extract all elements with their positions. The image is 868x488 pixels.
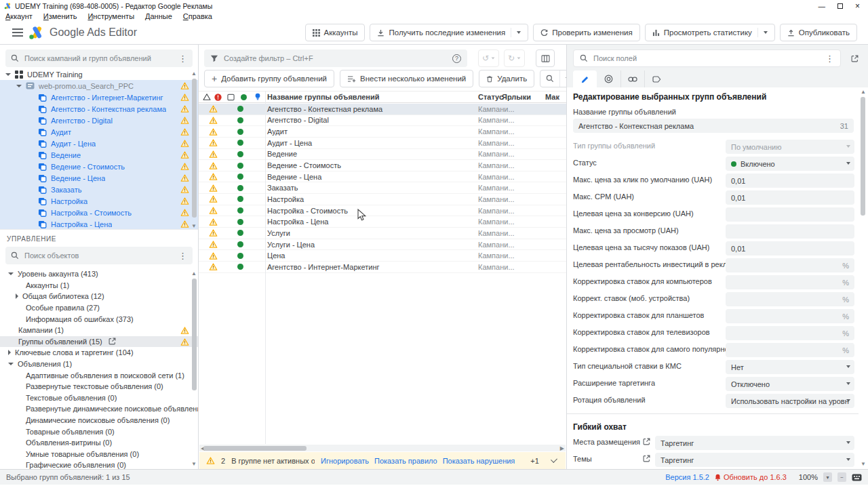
minimize-button[interactable]: — <box>818 2 825 10</box>
menu-item[interactable]: Изменить <box>43 12 77 20</box>
adgroup-tree-item[interactable]: Заказать <box>0 184 198 195</box>
campaign-tree-item[interactable]: web-promo.ua_Search_PPC <box>0 80 198 92</box>
management-tree-item[interactable]: Товарные объявления (0) <box>0 426 198 437</box>
table-row[interactable]: Агентство - Контекстная рекламаКампани..… <box>199 104 566 115</box>
adgroup-tree-item[interactable]: Настройка <box>0 195 198 207</box>
tab-targeting[interactable] <box>597 70 620 87</box>
tab-links[interactable] <box>620 70 644 87</box>
field-input[interactable]: % <box>726 343 854 357</box>
management-tree-item[interactable]: Умные товарные объявления (0) <box>0 449 198 460</box>
scroll-down-icon[interactable]: ▼ <box>191 462 197 467</box>
field-input[interactable] <box>726 224 854 239</box>
management-tree-item[interactable]: Аккаунты (1) <box>0 280 198 291</box>
management-tree-item[interactable]: Текстовые объявления (0) <box>0 392 198 404</box>
edit-panel-scrollbar[interactable] <box>861 97 865 216</box>
table-row[interactable]: Агентство - DigitalКампани... <box>199 115 566 127</box>
scroll-up-icon[interactable]: ▲ <box>861 89 866 95</box>
column-settings-button[interactable] <box>536 49 555 67</box>
field-input[interactable]: % <box>726 258 854 272</box>
chevron-down-icon[interactable] <box>5 73 11 76</box>
external-link-icon[interactable] <box>643 455 650 462</box>
column-header-status[interactable]: Статус <box>478 92 503 102</box>
help-icon[interactable]: ? <box>452 54 461 63</box>
field-select[interactable]: Отключено <box>726 377 854 391</box>
scroll-down-icon[interactable]: ▼ <box>191 224 197 229</box>
search-options-icon[interactable]: ⋮ <box>825 54 834 63</box>
status-column-icon[interactable] <box>241 92 247 102</box>
table-row[interactable]: Настройка - ЦенаКампани... <box>199 216 566 228</box>
chevron-down-icon[interactable] <box>16 85 22 87</box>
table-row[interactable]: УслугиКампани... <box>199 228 566 239</box>
update-link[interactable]: Обновить до 1.6.3 <box>715 473 787 481</box>
campaign-tree-scrollbar[interactable] <box>192 79 197 218</box>
zoom-dropdown-button[interactable]: ▾ <box>823 472 832 482</box>
chevron-down-icon[interactable] <box>764 31 768 34</box>
zoom-out-button[interactable]: − <box>837 472 846 482</box>
tab-labels[interactable] <box>644 70 668 87</box>
table-row[interactable]: Ведение - СтоимостьКампани... <box>199 160 566 171</box>
management-tree-item[interactable]: Ключевые слова и таргетинг (104) <box>0 347 198 359</box>
field-search-input[interactable]: Поиск полей ⋮ <box>573 49 841 67</box>
undo-button[interactable]: ↺ <box>478 49 499 67</box>
management-tree-item[interactable]: Развернутые текстовые объявления (0) <box>0 381 198 392</box>
table-row[interactable]: НастройкаКампани... <box>199 194 566 205</box>
field-input[interactable]: % <box>726 292 854 306</box>
table-row[interactable]: ЦенаКампани... <box>199 250 566 262</box>
adgroup-tree-item[interactable]: Аудит <box>0 126 198 138</box>
notice-action-link[interactable]: Показать правило <box>374 457 437 465</box>
header-button-apps[interactable]: Аккаунты <box>305 24 366 41</box>
column-header-name[interactable]: Название группы объявлений <box>267 92 380 102</box>
field-input[interactable]: % <box>726 326 854 340</box>
table-search-button[interactable] <box>540 70 566 87</box>
management-tree-item[interactable]: Особые правила (27) <box>0 302 198 314</box>
external-link-icon[interactable] <box>643 438 650 445</box>
search-options-icon[interactable]: ⋮ <box>178 251 187 260</box>
table-row[interactable]: Агентство - Интернет-МаркетингКампани... <box>199 262 566 273</box>
field-input[interactable] <box>726 207 854 222</box>
adgroup-tree-item[interactable]: Агентство - Контекстная реклама <box>0 103 198 115</box>
table-row[interactable]: ЗаказатьКампани... <box>199 182 566 194</box>
field-input[interactable]: % <box>726 275 854 289</box>
menu-item[interactable]: Справка <box>183 12 212 20</box>
management-tree-item[interactable]: Развернутые динамические поисковые объяв… <box>0 403 198 415</box>
adgroup-tree-item[interactable]: Ведение - Цена <box>0 172 198 184</box>
adgroup-tree-item[interactable]: Аудит - Цена <box>0 138 198 149</box>
management-tree-item[interactable]: Объявления (1) <box>0 359 198 370</box>
action-button-0[interactable]: +Добавить группу объявлений <box>204 70 334 87</box>
field-select[interactable]: Использовать настройки на уровне кампани <box>726 394 854 408</box>
scroll-right-icon[interactable]: ▶ <box>560 445 564 451</box>
table-row[interactable]: Ведение - ЦенаКампани... <box>199 171 566 183</box>
keyboard-icon[interactable] <box>852 474 862 481</box>
header-button-download[interactable]: Получить последние изменения <box>370 24 528 41</box>
search-segment[interactable] <box>540 70 559 87</box>
more-warnings-badge[interactable]: +1 <box>530 457 539 465</box>
management-tree-scrollbar[interactable] <box>192 279 197 390</box>
field-input[interactable]: 0,01 <box>726 190 854 205</box>
adgroup-tree-item[interactable]: Ведение <box>0 149 198 161</box>
field-select[interactable]: Нет <box>726 360 854 374</box>
comment-column-icon[interactable] <box>227 92 235 102</box>
menu-item[interactable]: Аккаунт <box>5 12 33 20</box>
notice-action-link[interactable]: Показать нарушения <box>443 457 515 465</box>
scroll-up-icon[interactable]: ▲ <box>191 71 197 77</box>
scroll-up-icon[interactable]: ▲ <box>191 271 197 277</box>
management-tree-item[interactable]: Уровень аккаунта (413) <box>0 268 198 280</box>
field-input[interactable]: 0,01 <box>726 241 854 256</box>
field-select[interactable]: Включено <box>726 157 854 171</box>
open-in-window-button[interactable] <box>846 51 863 66</box>
table-row[interactable]: Услуги - ЦенаКампани... <box>199 239 566 251</box>
version-link[interactable]: Версия 1.5.2 <box>665 473 709 481</box>
chevron-right-icon[interactable] <box>8 350 11 355</box>
management-tree-item[interactable]: Адаптивные объявления в поисковой сети (… <box>0 369 198 381</box>
field-select[interactable]: По умолчанию <box>726 140 854 154</box>
adgroup-tree-item[interactable]: Агентство - Интернет-Маркетинг <box>0 92 198 103</box>
adgroup-tree-item[interactable]: Агентство - Digital <box>0 115 198 126</box>
management-tree-item[interactable]: Кампании (1) <box>0 325 198 336</box>
management-tree-item[interactable]: Группы объявлений (15) <box>0 336 198 348</box>
table-row[interactable]: Аудит - ЦенаКампани... <box>199 138 566 149</box>
expand-notices-icon[interactable] <box>551 456 557 463</box>
management-tree-item[interactable]: Динамические поисковые объявления (0) <box>0 415 198 426</box>
error-column-icon[interactable] <box>214 92 222 102</box>
notice-action-link[interactable]: Игнорировать <box>321 457 369 465</box>
field-input[interactable]: % <box>726 309 854 323</box>
